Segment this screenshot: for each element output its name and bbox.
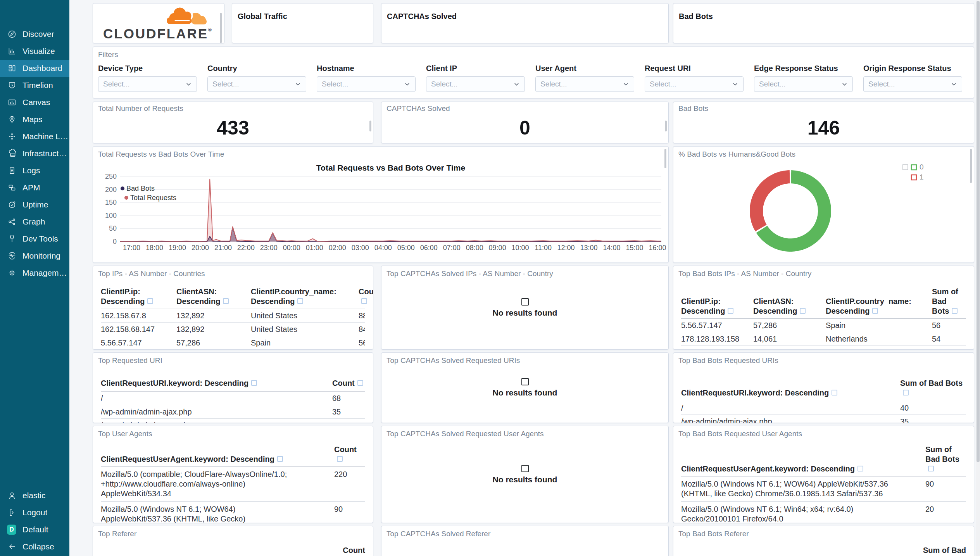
sidebar-item-machine-le[interactable]: Machine Le… [0, 128, 69, 145]
filter-select-edge-response-status[interactable]: Select... [754, 76, 853, 92]
donut-chart[interactable]: 01 [673, 147, 973, 262]
column-header[interactable]: ClientRequestURI.keyword: Descending [681, 388, 896, 398]
filter-select-hostname[interactable]: Select... [317, 76, 416, 92]
total-requests-metric-panel: Total Number of Requests 433 [93, 102, 373, 143]
top-requested-uri-table-panel: Top Requested URI ClientRequestURI.keywo… [93, 352, 373, 423]
column-header[interactable]: Count [359, 287, 373, 306]
column-header[interactable]: ClientASN:Descending [176, 287, 247, 306]
svg-text:13:00: 13:00 [580, 244, 598, 252]
select-placeholder: Select... [322, 80, 349, 88]
sidebar-item-uptime[interactable]: Uptime [0, 196, 69, 213]
page-scrollbar-thumb[interactable] [977, 1, 980, 462]
column-filter-icon[interactable] [277, 456, 283, 462]
column-filter-icon[interactable] [297, 298, 303, 304]
filter-label: Request URI [645, 64, 744, 73]
column-header[interactable]: ClientASN:Descending [753, 297, 822, 316]
filter-select-request-uri[interactable]: Select... [645, 76, 744, 92]
panel-scrollbar-thumb[interactable] [369, 121, 371, 131]
requests-vs-badbots-chart-panel: Total Requests vs Bad Bots Over Time 050… [93, 146, 669, 263]
sidebar-item-apm[interactable]: APM [0, 179, 69, 196]
column-filter-icon[interactable] [858, 466, 863, 471]
sidebar-item-management[interactable]: Management [0, 264, 69, 281]
column-header[interactable]: Count [343, 546, 365, 555]
column-filter-icon[interactable] [952, 308, 958, 314]
column-filter-icon[interactable] [251, 380, 257, 386]
column-header[interactable]: ClientIP.ip:Descending [101, 287, 173, 306]
sidebar-item-logout[interactable]: Logout [0, 504, 69, 521]
line-chart[interactable]: 05010015020025017:0018:0019:0020:0021:00… [93, 147, 668, 262]
column-filter-icon[interactable] [147, 298, 153, 304]
sidebar-item-discover[interactable]: Discover [0, 26, 69, 43]
sidebar-item-elastic[interactable]: elastic [0, 487, 69, 504]
column-filter-icon[interactable] [832, 390, 837, 395]
user-icon [8, 491, 16, 500]
sidebar-item-label: Uptime [22, 200, 48, 209]
select-placeholder: Select... [103, 80, 130, 88]
column-filter-icon[interactable] [357, 380, 363, 386]
top-captcha-ips-table-panel: Top CAPTCHAs Solved IPs - AS Number - Co… [381, 266, 669, 350]
sidebar-item-dev-tools[interactable]: Dev Tools [0, 230, 69, 247]
filter-select-client-ip[interactable]: Select... [426, 76, 525, 92]
column-header[interactable]: Count [332, 378, 365, 388]
column-header[interactable]: Count [334, 445, 365, 464]
svg-text:Bad Bots: Bad Bots [126, 185, 155, 192]
column-header[interactable]: ClientIP.country_name:Descending [826, 297, 928, 316]
column-filter-icon[interactable] [903, 390, 909, 395]
column-header[interactable]: Sum ofBad Bots [925, 445, 966, 474]
filter-group-country: CountrySelect... [207, 64, 306, 92]
column-filter-icon[interactable] [872, 308, 878, 314]
column-header[interactable]: ClientIP.ip:Descending [681, 297, 749, 316]
column-filter-icon[interactable] [361, 298, 367, 304]
table-row: 162.158.68.147132,892United States84 [101, 323, 365, 336]
sidebar-item-maps[interactable]: Maps [0, 111, 69, 128]
filter-select-user-agent[interactable]: Select... [535, 76, 634, 92]
svg-text:12:00: 12:00 [557, 244, 575, 252]
sidebar-item-label: Discover [22, 29, 54, 39]
column-filter-icon[interactable] [728, 308, 733, 314]
sidebar-item-label: APM [22, 183, 40, 192]
table-cell: 20 [925, 504, 966, 514]
column-header[interactable]: ClientRequestUserAgent.keyword: Descendi… [681, 464, 921, 474]
sidebar-item-monitoring[interactable]: Monitoring [0, 247, 69, 264]
sidebar-item-label: Monitoring [22, 251, 60, 261]
filter-select-origin-response-status[interactable]: Select... [863, 76, 962, 92]
sidebar-item-collapse[interactable]: Collapse [0, 538, 69, 555]
column-header[interactable]: Sum of Bad Bots [900, 378, 966, 398]
cloudflare-logo-panel: CLOUDFLARE® [93, 3, 224, 43]
data-table: ClientIP.ip:DescendingClientASN:Descendi… [681, 281, 966, 350]
table-header-row: ClientIP.ip:DescendingClientASN:Descendi… [101, 281, 365, 309]
table-cell: 57,286 [753, 321, 822, 330]
sidebar-item-visualize[interactable]: Visualize [0, 43, 69, 60]
filter-select-country[interactable]: Select... [207, 76, 306, 92]
filter-select-device-type[interactable]: Select... [98, 76, 197, 92]
top-referer-table-panel: Top Referer Count [93, 526, 373, 556]
table-cell: / [101, 394, 328, 403]
column-filter-icon[interactable] [928, 466, 934, 471]
sidebar-item-canvas[interactable]: Canvas [0, 94, 69, 111]
column-filter-icon[interactable] [223, 298, 229, 304]
panel-scrollbar-thumb[interactable] [664, 149, 666, 168]
sidebar-item-infrastructure[interactable]: Infrastructure [0, 145, 69, 162]
sidebar-item-timelion[interactable]: Timelion [0, 77, 69, 94]
panel-scrollbar-thumb[interactable] [665, 121, 667, 131]
panel-scrollbar-thumb[interactable] [970, 149, 972, 183]
column-header[interactable]: ClientRequestUserAgent.keyword: Descendi… [101, 454, 330, 464]
sidebar-item-default[interactable]: DDefault [0, 521, 69, 538]
panel-scrollbar-thumb[interactable] [220, 13, 222, 43]
column-filter-icon[interactable] [337, 456, 343, 462]
sidebar-item-dashboard[interactable]: Dashboard [0, 60, 69, 77]
page-scrollbar-track[interactable] [976, 0, 980, 556]
sidebar-item-graph[interactable]: Graph [0, 213, 69, 230]
filter-label: Hostname [317, 64, 416, 73]
table-cell: United States [251, 311, 355, 320]
column-header[interactable]: Sum of Bad [923, 546, 966, 555]
chevron-down-icon [513, 81, 520, 88]
table-row: Mozilla/5.0 (compatible; CloudFlare-Alwa… [101, 467, 365, 502]
sidebar-item-logs[interactable]: Logs [0, 162, 69, 179]
data-table: ClientRequestURI.keyword: DescendingCoun… [101, 368, 365, 423]
column-header[interactable]: ClientIP.country_name:Descending [251, 287, 355, 306]
panel-title: Top Referer [98, 530, 136, 538]
column-header[interactable]: Sum of BadBots [932, 287, 966, 316]
column-header[interactable]: ClientRequestURI.keyword: Descending [101, 378, 328, 388]
column-filter-icon[interactable] [800, 308, 806, 314]
